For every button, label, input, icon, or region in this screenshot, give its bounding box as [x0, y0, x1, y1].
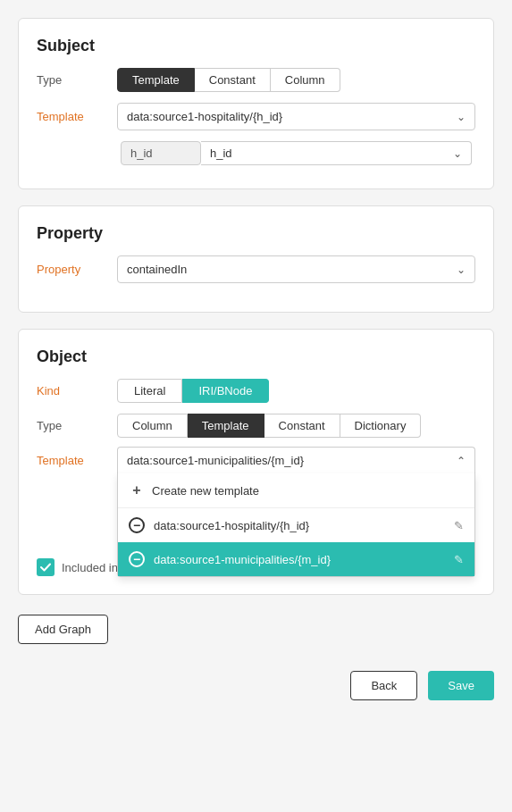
object-template-label: Template	[37, 454, 117, 467]
subject-template-value: data:source1-hospitality/{h_id}	[127, 110, 282, 123]
object-type-column-btn[interactable]: Column	[117, 414, 188, 438]
object-kind-row: Kind Literal IRI/BNode	[37, 379, 475, 403]
subject-type-column-btn[interactable]: Column	[271, 68, 340, 92]
object-template-row: Template data:source1-municipalities/{m_…	[37, 447, 475, 473]
save-button[interactable]: Save	[428, 671, 494, 700]
add-graph-button[interactable]: Add Graph	[18, 615, 108, 644]
subject-subfield-val[interactable]: h_id ⌄	[201, 141, 472, 165]
subject-subfield-chevron: ⌄	[453, 147, 462, 160]
property-title: Property	[37, 224, 475, 243]
object-type-buttons: Column Template Constant Dictionary	[117, 414, 421, 438]
property-label: Property	[37, 263, 117, 276]
dropdown-option-1-label: data:source1-hospitality/{h_id}	[154, 519, 309, 532]
object-title: Object	[37, 347, 475, 366]
subject-type-row: Type Template Constant Column	[37, 68, 475, 92]
subject-template-row: Template data:source1-hospitality/{h_id}…	[37, 103, 475, 130]
bottom-bar: Back Save	[18, 671, 494, 700]
back-button[interactable]: Back	[350, 671, 417, 700]
dropdown-option-2[interactable]: − data:source1-municipalities/{m_id} ✎	[118, 542, 474, 576]
subject-type-constant-btn[interactable]: Constant	[195, 68, 271, 92]
subject-template-label: Template	[37, 110, 117, 123]
object-checkbox[interactable]	[37, 558, 55, 576]
subject-subfield-value-text: h_id	[210, 146, 232, 160]
dropdown-create-label: Create new template	[152, 484, 259, 498]
subject-type-buttons: Template Constant Column	[117, 68, 340, 92]
object-kind-iri-btn[interactable]: IRI/BNode	[182, 379, 269, 403]
object-kind-literal-btn[interactable]: Literal	[117, 379, 182, 403]
subject-type-label: Type	[37, 73, 117, 87]
minus-icon-2: −	[129, 551, 145, 567]
subject-type-template-btn[interactable]: Template	[117, 68, 195, 92]
edit-icon-2[interactable]: ✎	[454, 553, 464, 566]
property-value: containedIn	[127, 263, 187, 276]
subject-subfield-key: h_id	[121, 141, 201, 165]
dropdown-option-2-label: data:source1-municipalities/{m_id}	[154, 553, 331, 566]
property-chevron: ⌄	[457, 264, 466, 276]
subject-subfield-row: h_id h_id ⌄	[37, 141, 475, 165]
dropdown-create-item[interactable]: + Create new template	[118, 473, 474, 507]
subject-template-select[interactable]: data:source1-hospitality/{h_id} ⌄	[117, 103, 475, 130]
object-template-dropdown: + Create new template − data:source1-hos…	[117, 473, 475, 577]
subject-title: Subject	[37, 37, 475, 55]
plus-icon: +	[129, 482, 145, 498]
object-type-label: Type	[37, 419, 117, 432]
minus-icon-1: −	[129, 517, 145, 533]
property-select[interactable]: containedIn ⌄	[117, 255, 475, 283]
object-template-chevron: ⌃	[457, 455, 466, 467]
subject-card: Subject Type Template Constant Column Te…	[18, 18, 494, 189]
object-type-template-btn[interactable]: Template	[188, 414, 264, 438]
object-template-select-wrapper: data:source1-municipalities/{m_id} ⌃ + C…	[117, 447, 475, 473]
property-card: Property Property containedIn ⌄	[18, 205, 494, 313]
edit-icon-1[interactable]: ✎	[454, 519, 464, 532]
object-card: Object Kind Literal IRI/BNode Type Colum…	[18, 329, 494, 595]
object-type-row: Type Column Template Constant Dictionary	[37, 414, 475, 438]
object-type-dictionary-btn[interactable]: Dictionary	[340, 414, 422, 438]
object-type-constant-btn[interactable]: Constant	[264, 414, 340, 438]
object-kind-label: Kind	[37, 384, 117, 398]
property-row: Property containedIn ⌄	[37, 255, 475, 283]
object-template-value: data:source1-municipalities/{m_id}	[127, 454, 304, 467]
object-kind-buttons: Literal IRI/BNode	[117, 379, 269, 403]
object-template-select[interactable]: data:source1-municipalities/{m_id} ⌃	[117, 447, 475, 473]
dropdown-option-1[interactable]: − data:source1-hospitality/{h_id} ✎	[118, 508, 474, 542]
subject-template-chevron: ⌄	[457, 111, 466, 123]
